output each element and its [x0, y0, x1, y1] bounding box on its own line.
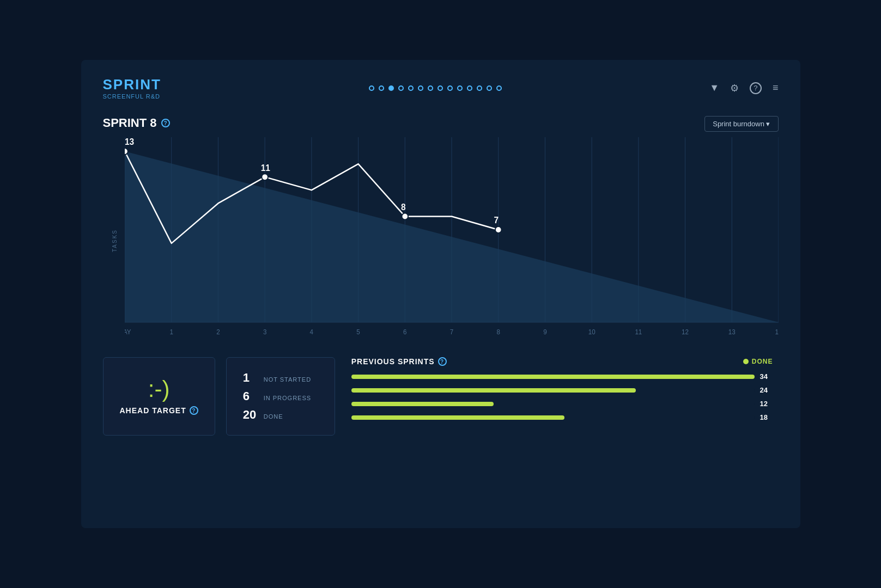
- nav-dot-8[interactable]: [447, 85, 453, 91]
- nav-dot-4[interactable]: [408, 85, 414, 91]
- bar-value-1: 34: [760, 372, 773, 381]
- previous-sprints: PREVIOUS SPRINTS ? DONE 34 24: [346, 357, 779, 436]
- svg-text:4: 4: [309, 328, 313, 336]
- bar-row-3: 12: [351, 400, 773, 408]
- svg-text:8: 8: [496, 328, 500, 336]
- svg-text:10: 10: [588, 328, 595, 336]
- chart-section: SPRINT 8 ? Sprint burndown ▾ TASKS: [103, 116, 779, 344]
- nav-dot-6[interactable]: [428, 85, 433, 91]
- nav-dots: [369, 85, 502, 91]
- burndown-chart: 13 11 8 7 DAY 1 2 3 4 5 6 7 8 9 10 11 12…: [125, 137, 779, 344]
- sprint-burndown-dropdown[interactable]: Sprint burndown ▾: [704, 116, 778, 132]
- bar-row-4: 18: [351, 413, 773, 421]
- nav-dot-7[interactable]: [438, 85, 443, 91]
- done-row: 20 DONE: [243, 408, 318, 422]
- tasks-card: 1 NOT STARTED 6 IN PROGRESS 20 DONE: [226, 357, 335, 436]
- status-label: AHEAD TARGET ?: [120, 406, 198, 415]
- bar-track-3: [351, 402, 755, 406]
- nav-dot-1[interactable]: [379, 85, 384, 91]
- menu-icon[interactable]: ≡: [773, 82, 779, 94]
- app-container: SPRINT SCREENFUL R&D ▼ ⚙ ? ≡ SPRINT 8 ? …: [81, 60, 800, 528]
- bar-row-2: 24: [351, 386, 773, 394]
- nav-dot-10[interactable]: [467, 85, 472, 91]
- nav-dot-11[interactable]: [477, 85, 482, 91]
- svg-text:5: 5: [356, 328, 360, 336]
- bar-value-2: 24: [760, 386, 773, 394]
- svg-point-20: [495, 226, 501, 233]
- svg-text:12: 12: [682, 328, 689, 336]
- bar-value-4: 18: [760, 413, 773, 421]
- svg-point-19: [402, 213, 408, 219]
- svg-text:1: 1: [169, 328, 173, 336]
- in-progress-count: 6: [243, 389, 259, 403]
- done-label: DONE: [264, 413, 283, 420]
- bar-fill-4: [351, 415, 564, 420]
- svg-text:14: 14: [775, 328, 778, 336]
- svg-text:7: 7: [494, 216, 499, 225]
- nav-dot-0[interactable]: [369, 85, 374, 91]
- svg-text:8: 8: [401, 203, 406, 212]
- svg-text:11: 11: [635, 328, 642, 336]
- status-info-icon[interactable]: ?: [190, 406, 198, 415]
- bar-fill-1: [351, 375, 755, 379]
- bar-track-1: [351, 375, 755, 379]
- header-icons: ▼ ⚙ ? ≡: [709, 82, 778, 94]
- svg-text:2: 2: [216, 328, 220, 336]
- nav-dot-9[interactable]: [457, 85, 463, 91]
- done-legend: DONE: [743, 358, 773, 365]
- settings-icon[interactable]: ⚙: [730, 82, 739, 94]
- bottom-section: :-) AHEAD TARGET ? 1 NOT STARTED 6 IN PR…: [103, 357, 779, 436]
- bar-track-4: [351, 415, 755, 420]
- svg-text:9: 9: [543, 328, 546, 336]
- help-icon[interactable]: ?: [750, 82, 762, 94]
- in-progress-row: 6 IN PROGRESS: [243, 389, 318, 403]
- done-dot: [743, 359, 749, 364]
- svg-text:11: 11: [260, 163, 270, 173]
- sprint-title: SPRINT 8 ?: [103, 116, 170, 130]
- bar-fill-3: [351, 402, 494, 406]
- brand-subtitle: SCREENFUL R&D: [103, 93, 161, 100]
- svg-text:7: 7: [449, 328, 453, 336]
- sprint-info-icon[interactable]: ?: [161, 119, 170, 127]
- nav-dot-3[interactable]: [398, 85, 404, 91]
- y-axis-label: TASKS: [111, 229, 117, 252]
- prev-header: PREVIOUS SPRINTS ? DONE: [351, 357, 773, 366]
- svg-point-17: [125, 148, 128, 155]
- not-started-count: 1: [243, 371, 259, 385]
- nav-dot-13[interactable]: [496, 85, 502, 91]
- chart-wrapper: TASKS: [103, 137, 779, 344]
- nav-dot-2[interactable]: [388, 85, 394, 91]
- brand-title: SPRINT: [103, 76, 161, 93]
- chart-header: SPRINT 8 ? Sprint burndown ▾: [103, 116, 779, 132]
- done-count: 20: [243, 408, 259, 422]
- svg-point-18: [262, 174, 268, 180]
- not-started-row: 1 NOT STARTED: [243, 371, 318, 385]
- filter-icon[interactable]: ▼: [709, 82, 719, 94]
- bar-row-1: 34: [351, 372, 773, 381]
- brand: SPRINT SCREENFUL R&D: [103, 76, 161, 100]
- not-started-label: NOT STARTED: [264, 376, 311, 383]
- nav-dot-5[interactable]: [418, 85, 423, 91]
- svg-text:6: 6: [403, 328, 407, 336]
- svg-text:13: 13: [728, 328, 735, 336]
- prev-title: PREVIOUS SPRINTS ?: [351, 357, 447, 366]
- svg-text:DAY: DAY: [125, 328, 131, 336]
- svg-text:3: 3: [263, 328, 266, 336]
- svg-text:13: 13: [125, 137, 134, 146]
- in-progress-label: IN PROGRESS: [264, 395, 311, 401]
- nav-dot-12[interactable]: [487, 85, 492, 91]
- bar-value-3: 12: [760, 400, 773, 408]
- bar-track-2: [351, 388, 755, 393]
- status-smiley: :-): [148, 378, 170, 401]
- header: SPRINT SCREENFUL R&D ▼ ⚙ ? ≡: [103, 76, 779, 100]
- bar-fill-2: [351, 388, 636, 393]
- prev-info-icon[interactable]: ?: [438, 357, 447, 366]
- status-card: :-) AHEAD TARGET ?: [103, 357, 215, 436]
